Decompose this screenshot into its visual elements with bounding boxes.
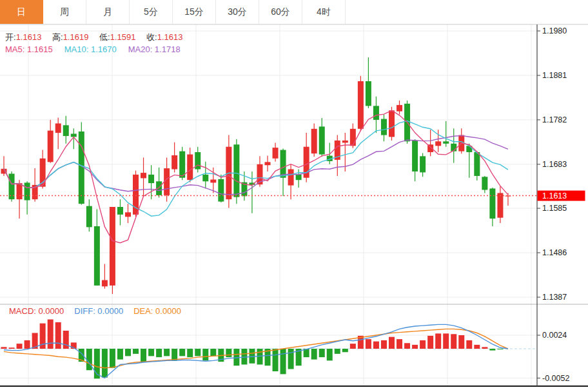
macd-bar	[1, 347, 7, 349]
candle-body	[420, 156, 426, 172]
macd-bar	[125, 349, 131, 356]
candle	[466, 144, 472, 178]
macd-legend-item: DEA: 0.0000	[133, 306, 181, 316]
candle	[443, 121, 449, 147]
candle-body	[63, 125, 69, 136]
candle-body	[373, 106, 379, 120]
macd-bar	[273, 349, 279, 371]
tab-week[interactable]: 周	[43, 0, 86, 24]
macd-bar	[482, 347, 487, 349]
candle	[86, 199, 92, 231]
candles-layer	[1, 57, 511, 294]
macd-bar	[489, 349, 495, 351]
candle-body	[94, 226, 100, 286]
tab-15min[interactable]: 15分	[173, 0, 216, 24]
candle-body	[141, 173, 146, 178]
open-label: 开:	[5, 32, 16, 42]
candle-body	[172, 155, 177, 170]
candle	[451, 128, 456, 163]
candle	[311, 123, 317, 157]
macd-bar	[389, 337, 395, 349]
candle	[133, 171, 139, 217]
candle	[218, 175, 224, 202]
candle	[381, 115, 387, 142]
macd-bar	[451, 334, 456, 349]
candlestick-chart: 1.19801.18811.17821.16831.15851.14861.13…	[0, 0, 588, 390]
close-value: 1.1613	[157, 32, 183, 42]
macd-bar	[435, 333, 441, 349]
candle	[482, 176, 487, 193]
tab-month[interactable]: 月	[86, 0, 130, 24]
tab-5min[interactable]: 5分	[130, 0, 173, 24]
tab-day[interactable]: 日	[0, 0, 43, 24]
candle-body	[366, 81, 371, 106]
ma-legend: MA5: 1.1615MA10: 1.1670MA20: 1.1718	[5, 44, 192, 54]
candle-body	[350, 129, 356, 146]
low-value: 1.1591	[110, 32, 136, 42]
candle	[102, 264, 108, 288]
candle	[117, 199, 123, 225]
macd-bar	[133, 349, 139, 354]
macd-bar	[404, 343, 410, 349]
candle-body	[218, 179, 224, 202]
candle	[156, 168, 162, 198]
tab-4hour[interactable]: 4时	[302, 0, 346, 24]
price-tick-label: 1.1881	[542, 71, 567, 80]
candle-body	[280, 150, 286, 178]
macd-bar	[412, 345, 418, 349]
macd-bar	[187, 349, 193, 357]
ma-legend-item: MA10: 1.1670	[64, 44, 117, 54]
candle-body	[296, 175, 302, 180]
candle-body	[24, 182, 30, 200]
candle	[427, 130, 433, 156]
macd-tick-label: 0.0024	[542, 331, 567, 340]
macd-legend-item: MACD: 0.0000	[9, 306, 64, 316]
candle-body	[381, 119, 387, 135]
candle-body	[319, 126, 325, 154]
tab-60min[interactable]: 60分	[259, 0, 302, 24]
candle	[288, 164, 294, 199]
macd-bar	[210, 349, 216, 356]
tab-30min[interactable]: 30分	[216, 0, 259, 24]
macd-bar	[9, 347, 15, 349]
macd-bar	[466, 340, 472, 349]
candle	[94, 209, 100, 285]
macd-bar	[148, 349, 154, 356]
macd-bar	[202, 349, 208, 360]
candle-body	[288, 170, 294, 186]
macd-bar	[110, 349, 115, 368]
macd-bar	[458, 335, 464, 349]
candle-body	[55, 123, 61, 133]
candle-body	[86, 206, 92, 228]
candle	[397, 101, 402, 115]
macd-bar	[373, 342, 379, 349]
macd-bar	[24, 340, 30, 349]
macd-bar	[366, 339, 371, 349]
candle	[304, 133, 309, 182]
macd-bar	[474, 345, 480, 349]
macd-tick-label: -0.0052	[542, 374, 569, 383]
macd-bar	[427, 336, 433, 349]
macd-bar	[156, 349, 162, 357]
macd-bar	[342, 349, 348, 352]
macd-bar	[327, 349, 333, 360]
candle	[172, 142, 177, 173]
macd-bar	[172, 349, 177, 360]
period-toolbar: 日周月5分15分30分60分4时	[0, 0, 588, 24]
candle	[141, 157, 146, 196]
candle	[420, 153, 426, 177]
candle-body	[210, 180, 216, 183]
candle	[55, 117, 61, 149]
candle-body	[358, 81, 364, 129]
diff-line	[4, 324, 508, 378]
candle-body	[489, 188, 495, 219]
macd-bar	[164, 349, 170, 356]
candle	[280, 148, 286, 196]
candle-body	[117, 207, 123, 215]
macd-bar	[86, 349, 92, 370]
candle	[458, 128, 464, 153]
macd-legend-item: DIFF: 0.0000	[74, 306, 123, 316]
candle	[32, 168, 38, 202]
candle-body	[443, 141, 449, 143]
ohlc-legend: 开:1.1613 高:1.1619 低:1.1591 收:1.1613	[5, 32, 191, 43]
